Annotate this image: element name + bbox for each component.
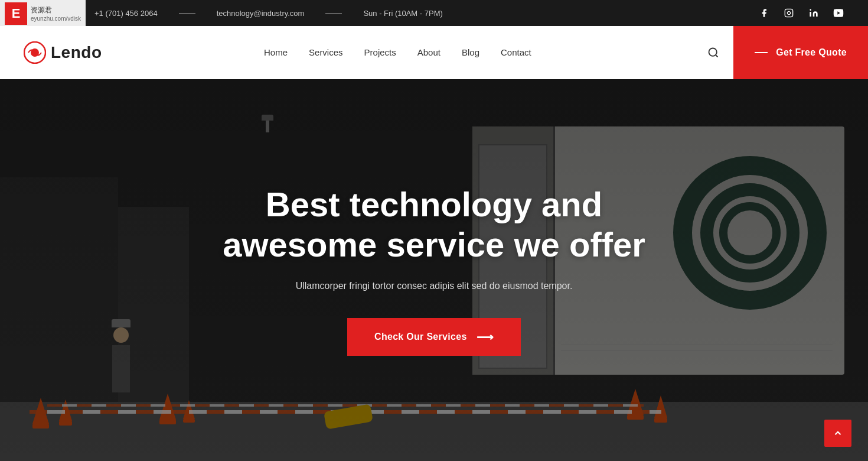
youtube-icon[interactable] — [833, 7, 844, 19]
logo-icon — [24, 41, 46, 64]
get-quote-label: Get Free Quote — [776, 47, 847, 58]
hero-content: Best technology and awesome service we o… — [211, 184, 657, 356]
linkedin-icon[interactable] — [808, 7, 820, 19]
svg-point-7 — [709, 48, 717, 56]
nav-services[interactable]: Services — [309, 47, 343, 57]
hero-subtitle: Ullamcorper fringi tortor consec adipis … — [223, 278, 645, 294]
instagram-icon[interactable] — [783, 7, 795, 19]
dash-icon — [755, 52, 768, 53]
nav-contact[interactable]: Contact — [501, 47, 531, 57]
hero-title: Best technology and awesome service we o… — [223, 184, 645, 265]
email-address: technology@industry.com — [217, 9, 305, 18]
facebook-icon[interactable] — [758, 7, 770, 19]
navbar: Lendo Home Services Projects About Blog … — [0, 26, 868, 79]
divider-2 — [325, 13, 342, 14]
watermark-letter: E — [5, 2, 27, 25]
hero-cta-label: Check Our Services — [374, 332, 467, 342]
logo[interactable]: Lendo — [24, 41, 102, 64]
svg-rect-2 — [810, 12, 811, 17]
hero-title-line2: awesome service we offer — [223, 225, 645, 264]
watermark: E 资源君 eyunzhu.com/vdisk — [0, 0, 86, 27]
top-bar-info: +1 (701) 456 2064 technology@industry.co… — [94, 9, 443, 18]
hero-cta-button[interactable]: Check Our Services ⟶ — [347, 318, 521, 356]
watermark-url: eyunzhu.com/vdisk — [31, 15, 81, 22]
search-button[interactable] — [693, 47, 733, 59]
watermark-brand: 资源君 — [31, 5, 81, 15]
phone-number: +1 (701) 456 2064 — [94, 9, 158, 18]
nav-menu: Home Services Projects About Blog Contac… — [264, 47, 531, 58]
phone-item: +1 (701) 456 2064 — [94, 9, 158, 18]
logo-text: Lendo — [51, 43, 102, 62]
nav-right: Get Free Quote — [693, 26, 868, 79]
arrow-icon: ⟶ — [477, 330, 494, 344]
nav-about[interactable]: About — [417, 47, 440, 57]
social-links — [758, 7, 844, 19]
nav-home[interactable]: Home — [264, 47, 288, 57]
nav-projects[interactable]: Projects — [364, 47, 396, 57]
top-bar: +1 (701) 456 2064 technology@industry.co… — [0, 0, 868, 26]
email-item: technology@industry.com — [217, 9, 305, 18]
business-hours: Sun - Fri (10AM - 7PM) — [363, 9, 442, 18]
hero-title-line1: Best technology and — [266, 185, 602, 223]
nav-blog[interactable]: Blog — [462, 47, 479, 57]
scroll-to-top-button[interactable] — [824, 420, 851, 447]
divider-1 — [179, 13, 195, 14]
get-quote-button[interactable]: Get Free Quote — [733, 26, 868, 79]
svg-rect-0 — [785, 9, 792, 17]
svg-point-3 — [810, 9, 811, 11]
hours-item: Sun - Fri (10AM - 7PM) — [363, 9, 442, 18]
hero-section: Best technology and awesome service we o… — [0, 79, 868, 461]
